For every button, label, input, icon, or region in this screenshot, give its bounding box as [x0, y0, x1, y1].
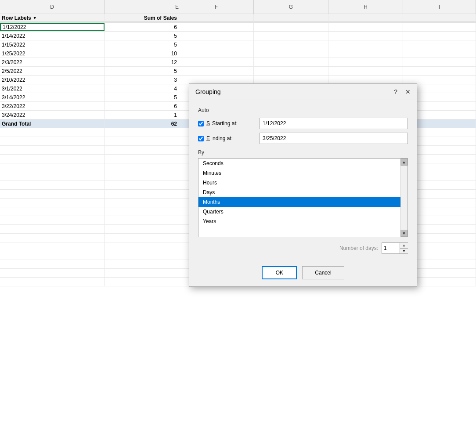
scrollbar-down[interactable]: ▼: [400, 230, 407, 237]
spinner-down-button[interactable]: ▼: [400, 249, 408, 254]
table-row: 2/3/202212: [0, 58, 476, 67]
ok-button[interactable]: OK: [262, 266, 297, 279]
cell-value: 5: [105, 93, 179, 101]
cell-value: 3: [105, 76, 179, 84]
empty-cell-d: [0, 181, 105, 189]
starting-at-input[interactable]: [260, 118, 408, 129]
listbox-item[interactable]: Years: [198, 217, 407, 226]
cell-date[interactable]: 2/3/2022: [0, 58, 105, 66]
cell-date[interactable]: 3/24/2022: [0, 111, 105, 119]
by-listbox[interactable]: SecondsMinutesHoursDaysMonthsQuartersYea…: [198, 158, 408, 237]
cell-date[interactable]: 1/14/2022: [0, 32, 105, 40]
empty-cell-e: [105, 137, 179, 145]
grand-total-value-text: 62: [171, 121, 177, 127]
cell-date[interactable]: 3/1/2022: [0, 84, 105, 93]
ending-at-row: Ending at:: [198, 133, 408, 144]
cell-date[interactable]: 1/15/2022: [0, 40, 105, 49]
empty-cell-d: [0, 146, 105, 154]
pivot-header-i: [403, 14, 476, 22]
cell-f: [179, 23, 254, 31]
empty-cell-d: [0, 251, 105, 260]
cell-value: 1: [105, 111, 179, 119]
column-headers: D E F G H I: [0, 0, 476, 14]
starting-at-checkbox[interactable]: [198, 121, 204, 126]
empty-cell-e: [105, 155, 179, 163]
cell-date[interactable]: 3/22/2022: [0, 102, 105, 110]
col-header-f: F: [179, 0, 254, 14]
empty-cell-d: [0, 216, 105, 224]
cell-date[interactable]: 1/25/2022: [0, 49, 105, 58]
empty-cell-e: [105, 207, 179, 216]
cell-i: [403, 49, 476, 58]
cell-g: [254, 23, 328, 31]
scrollbar-up[interactable]: ▲: [400, 159, 407, 166]
dialog-footer: OK Cancel: [189, 261, 417, 286]
cell-g: [254, 32, 328, 40]
cell-f: [179, 49, 254, 58]
ending-at-checkbox[interactable]: [198, 136, 204, 141]
listbox-item[interactable]: Hours: [198, 178, 407, 188]
cell-date[interactable]: 1/12/2022: [0, 23, 105, 31]
empty-cell-e: [105, 242, 179, 251]
empty-cell-e: [105, 260, 179, 268]
ending-at-label[interactable]: Ending at:: [198, 135, 260, 141]
cell-i: [403, 58, 476, 66]
cell-value: 10: [105, 49, 179, 58]
cell-g: [254, 49, 328, 58]
listbox-item[interactable]: Seconds: [198, 159, 407, 168]
by-section-label: By: [198, 149, 408, 155]
pivot-header-g: [254, 14, 328, 22]
pivot-header-row: Row Labels ▼ Sum of Sales: [0, 14, 476, 23]
col-header-h: H: [328, 0, 403, 14]
empty-cell-d: [0, 190, 105, 198]
ending-at-input[interactable]: [260, 133, 408, 144]
empty-cell-d: [0, 234, 105, 242]
empty-cell-d: [0, 207, 105, 216]
listbox-item[interactable]: Minutes: [198, 168, 407, 178]
cell-h: [328, 58, 403, 66]
cell-date[interactable]: 2/5/2022: [0, 67, 105, 75]
cell-h: [328, 23, 403, 31]
empty-cell-d: [0, 242, 105, 251]
row-labels-dropdown-icon[interactable]: ▼: [33, 16, 37, 20]
empty-cell-d: [0, 269, 105, 277]
dialog-help-button[interactable]: ?: [394, 88, 397, 95]
grand-total-label: Grand Total: [0, 119, 105, 128]
spinner-up-button[interactable]: ▲: [400, 243, 408, 249]
cell-g: [254, 58, 328, 66]
dialog-titlebar: Grouping ? ✕: [189, 84, 417, 100]
empty-cell-e: [105, 234, 179, 242]
table-row: 1/25/202210: [0, 49, 476, 58]
cell-value: 4: [105, 84, 179, 93]
empty-cell-d: [0, 137, 105, 145]
sum-of-sales-text: Sum of Sales: [144, 15, 177, 21]
starting-at-label[interactable]: SStarting at:: [198, 120, 260, 126]
pivot-col-d-header[interactable]: Row Labels ▼: [0, 14, 105, 22]
cell-date[interactable]: 3/14/2022: [0, 93, 105, 101]
cell-date[interactable]: 2/10/2022: [0, 76, 105, 84]
col-header-g: G: [254, 0, 328, 14]
num-days-label: Number of days:: [339, 245, 378, 251]
listbox-item[interactable]: Months: [198, 197, 407, 207]
listbox-item[interactable]: Quarters: [198, 207, 407, 217]
cell-value: 6: [105, 102, 179, 110]
cell-f: [179, 67, 254, 75]
listbox-scrollbar: ▲▼: [400, 159, 407, 237]
cell-value: 5: [105, 67, 179, 75]
row-labels-text: Row Labels: [2, 15, 31, 21]
dialog-controls: ? ✕: [394, 88, 411, 95]
empty-cell-e: [105, 190, 179, 198]
table-row: 2/10/20223: [0, 76, 476, 84]
number-of-days-row: Number of days: ▲ ▼: [198, 242, 408, 254]
empty-cell-e: [105, 199, 179, 207]
cell-h: [328, 32, 403, 40]
cell-h: [328, 67, 403, 75]
cell-h: [328, 76, 403, 84]
cell-i: [403, 40, 476, 49]
num-days-input[interactable]: [382, 243, 400, 253]
dialog-close-button[interactable]: ✕: [405, 88, 411, 95]
listbox-item[interactable]: Days: [198, 188, 407, 197]
pivot-header-h: [328, 14, 403, 22]
cell-value: 6: [105, 23, 179, 31]
cancel-button[interactable]: Cancel: [302, 266, 344, 279]
